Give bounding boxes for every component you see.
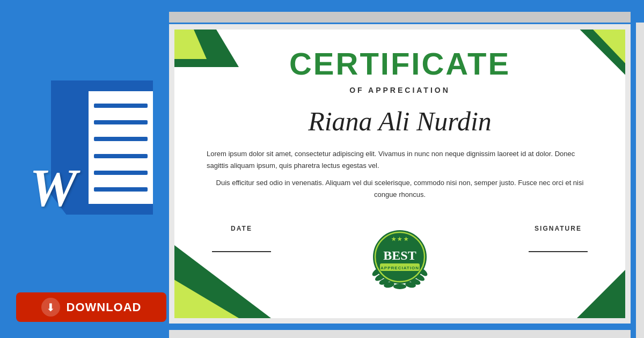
word-icon-lines [89,91,153,204]
certificate-bottom-section: DATE [174,222,625,295]
ruler [169,12,631,23]
date-label: DATE [231,225,252,232]
word-line-1 [94,104,148,108]
word-line-6 [94,187,148,192]
signature-block: SIGNATURE [523,225,593,252]
word-logo-area: W [16,64,172,236]
word-line-3 [94,137,148,141]
word-icon: W [35,80,153,220]
word-w-letter: W [30,161,77,215]
word-line-5 [94,171,148,175]
certificate-subtitle: OF APPRECIATION [207,86,593,94]
certificate-body-text-2: Duis efficitur sed odio in venenatis. Al… [207,177,593,201]
certificate: CERTIFICATE OF APPRECIATION Riana Ali Nu… [174,30,625,318]
word-line-4 [94,154,148,158]
svg-text:BEST: BEST [383,248,416,262]
best-badge: ★ ★ ★ BEST APPRECIATION [365,225,435,295]
certificate-content: CERTIFICATE OF APPRECIATION Riana Ali Nu… [174,30,625,222]
badge-container: ★ ★ ★ BEST APPRECIATION [365,225,435,295]
certificate-title: CERTIFICATE [207,46,593,82]
certificate-recipient-name: Riana Ali Nurdin [207,105,593,137]
svg-point-8 [393,284,406,289]
badge-svg: ★ ★ ★ BEST APPRECIATION [365,225,435,295]
download-icon: ⬇ [41,298,60,317]
signature-line [529,251,588,252]
word-line-2 [94,120,148,124]
date-block: DATE [207,225,276,252]
svg-text:APPRECIATION: APPRECIATION [380,266,419,270]
certificate-wrapper: CERTIFICATE OF APPRECIATION Riana Ali Nu… [169,24,631,324]
download-label: DOWNLOAD [67,300,142,314]
signature-label: SIGNATURE [535,225,582,232]
date-line [212,251,271,252]
download-button[interactable]: ⬇ DOWNLOAD [16,292,166,322]
svg-text:★ ★ ★: ★ ★ ★ [391,236,409,242]
certificate-body-text-1: Lorem ipsum dolor sit amet, consectetur … [207,148,593,172]
scrollbar-vertical[interactable] [636,23,644,338]
scrollbar-horizontal[interactable] [169,330,631,338]
download-arrow-icon: ⬇ [46,301,55,314]
